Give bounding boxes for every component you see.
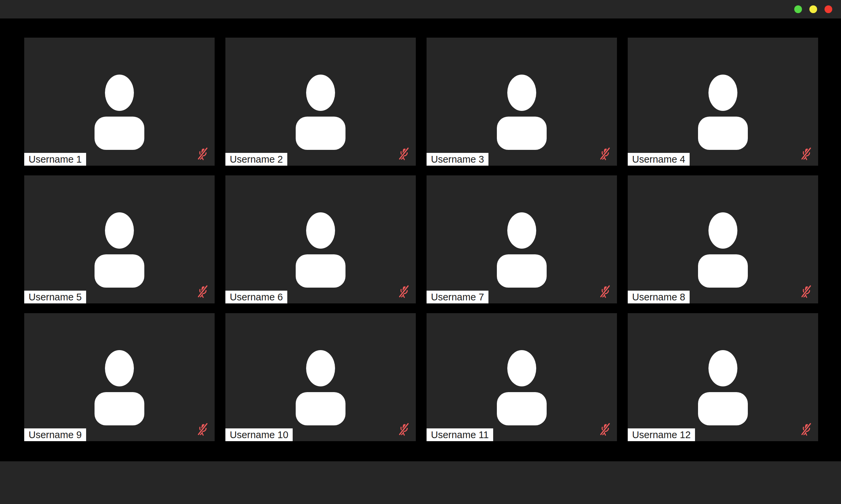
avatar-body (698, 392, 748, 425)
avatar (95, 212, 144, 288)
avatar-head (507, 212, 536, 249)
participant-name: Username 2 (225, 153, 287, 166)
participant-name: Username 3 (427, 153, 488, 166)
avatar (698, 350, 748, 425)
mic-muted-icon (399, 147, 409, 160)
participant-name: Username 12 (628, 428, 695, 441)
mic-muted-icon (399, 285, 409, 298)
avatar-head (708, 212, 737, 249)
participant-name: Username 6 (225, 291, 287, 303)
avatar-head (105, 212, 134, 249)
participant-tile[interactable]: Username 10 (225, 313, 416, 441)
avatar-head (708, 75, 737, 111)
avatar-body (296, 392, 345, 425)
window-controls (794, 5, 832, 13)
avatar-head (105, 350, 134, 386)
mic-muted-icon (600, 423, 610, 436)
avatar-body (296, 254, 345, 288)
mic-muted-icon (600, 285, 610, 298)
participant-name: Username 7 (427, 291, 488, 303)
avatar (698, 212, 748, 288)
avatar-body (497, 392, 547, 425)
avatar-body (497, 254, 547, 288)
avatar (95, 350, 144, 425)
avatar-head (507, 75, 536, 111)
avatar-body (698, 254, 748, 288)
avatar (497, 212, 547, 288)
participant-tile[interactable]: Username 1 (24, 38, 214, 166)
mic-muted-icon (801, 285, 811, 298)
avatar (296, 75, 345, 150)
window-close-button[interactable] (825, 5, 832, 13)
avatar-head (507, 350, 536, 386)
mic-muted-icon (198, 423, 208, 436)
mic-muted-icon (801, 147, 811, 160)
participant-tile[interactable]: Username 2 (225, 38, 416, 166)
participant-name: Username 11 (427, 428, 493, 441)
avatar-body (698, 116, 748, 150)
participant-tile[interactable]: Username 3 (427, 38, 617, 166)
avatar-head (708, 350, 737, 386)
window-fullscreen-button[interactable] (794, 5, 802, 13)
avatar-body (296, 116, 345, 150)
toolbar: 参加者 ビデオの停止 (0, 461, 841, 504)
meeting-window: Username 1 Username 2 (0, 0, 841, 504)
participant-tile[interactable]: Username 12 (628, 313, 818, 441)
window-minimize-button[interactable] (809, 5, 817, 13)
participant-name: Username 4 (628, 153, 690, 166)
mic-muted-icon (198, 285, 208, 298)
mic-muted-icon (801, 423, 811, 436)
window-titlebar (0, 0, 841, 18)
participant-name: Username 1 (24, 153, 86, 166)
avatar-body (95, 392, 144, 425)
avatar-body (95, 116, 144, 150)
avatar (698, 75, 748, 150)
avatar-head (306, 350, 335, 386)
avatar-head (306, 212, 335, 249)
avatar-head (105, 75, 134, 111)
participant-tile[interactable]: Username 9 (24, 313, 214, 441)
participant-tile[interactable]: Username 7 (427, 175, 617, 303)
mic-muted-icon (399, 423, 409, 436)
mic-muted-icon (600, 147, 610, 160)
avatar (296, 350, 345, 425)
participant-tile[interactable]: Username 4 (628, 38, 818, 166)
participant-grid: Username 1 Username 2 (24, 38, 818, 441)
participant-name: Username 10 (225, 428, 293, 441)
mic-muted-icon (198, 147, 208, 160)
avatar-head (306, 75, 335, 111)
participant-name: Username 5 (24, 291, 86, 303)
participant-tile[interactable]: Username 11 (427, 313, 617, 441)
participant-tile[interactable]: Username 6 (225, 175, 416, 303)
avatar (497, 350, 547, 425)
avatar (296, 212, 345, 288)
avatar (497, 75, 547, 150)
participant-name: Username 9 (24, 428, 86, 441)
participant-tile[interactable]: Username 5 (24, 175, 214, 303)
avatar (95, 75, 144, 150)
avatar-body (95, 254, 144, 288)
participant-name: Username 8 (628, 291, 690, 303)
participant-tile[interactable]: Username 8 (628, 175, 818, 303)
avatar-body (497, 116, 547, 150)
